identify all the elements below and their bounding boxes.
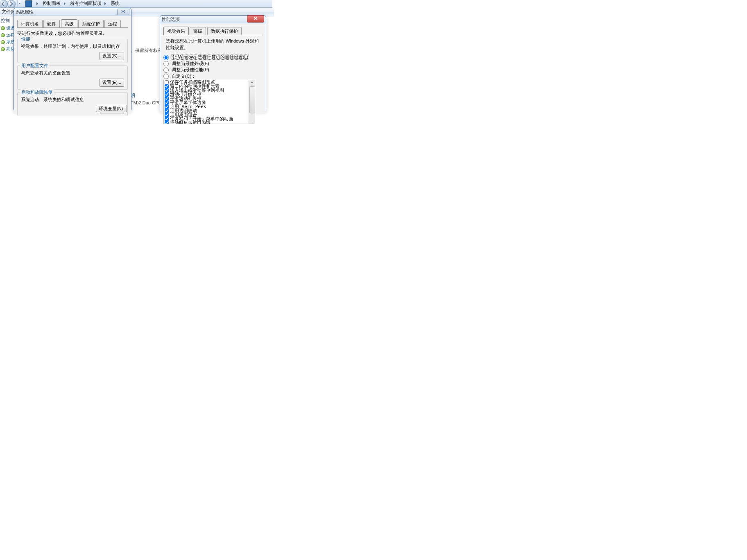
radio-custom[interactable]: 自定义(C)： bbox=[163, 73, 263, 79]
forward-button[interactable] bbox=[7, 0, 16, 8]
radio-label-auto: 让 Windows 选择计算机的最佳设置(L) bbox=[172, 54, 249, 60]
performance-options-tabs: 视觉效果 高级 数据执行保护 bbox=[163, 27, 263, 35]
explorer-nav-bar: 控制面板 所有控制面板项 系统 bbox=[0, 0, 272, 8]
performance-legend: 性能 bbox=[20, 36, 32, 42]
radio-input[interactable] bbox=[163, 55, 169, 60]
radio-let-windows-choose[interactable]: 让 Windows 选择计算机的最佳设置(L) bbox=[163, 54, 263, 60]
checkbox-input[interactable] bbox=[165, 88, 169, 93]
checkbox-input[interactable] bbox=[165, 84, 169, 88]
sidebar-item[interactable]: 系统 bbox=[0, 38, 14, 45]
visual-effects-checklist[interactable]: 保存任务栏缩略图预览窗口内的动画控件和元素淡入淡出或滑动菜单到视图滑动打开组合框… bbox=[163, 80, 255, 124]
startup-recovery-legend: 启动和故障恢复 bbox=[20, 89, 54, 95]
checkbox-input[interactable] bbox=[165, 109, 169, 113]
radio-best-performance[interactable]: 调整为最佳性能(P) bbox=[163, 67, 263, 73]
startup-recovery-text: 系统启动、系统失败和调试信息 bbox=[21, 97, 124, 103]
nav-history-dropdown[interactable] bbox=[17, 0, 22, 7]
performance-settings-button[interactable]: 设置(S)... bbox=[100, 52, 124, 60]
checkbox-input[interactable] bbox=[165, 113, 169, 117]
visual-effects-note: 选择您想在此计算机上使用的 Windows 外观和性能设置。 bbox=[166, 38, 262, 51]
checkbox-input[interactable] bbox=[165, 121, 169, 124]
sidebar-item[interactable]: 设备 bbox=[0, 25, 14, 32]
close-button[interactable] bbox=[247, 15, 264, 23]
checkbox-input[interactable] bbox=[165, 80, 169, 84]
breadcrumb[interactable]: 控制面板 所有控制面板项 系统 bbox=[35, 0, 119, 7]
sidebar-heading: 控制 bbox=[0, 16, 14, 25]
close-button[interactable] bbox=[117, 9, 129, 15]
radio-input[interactable] bbox=[163, 61, 169, 66]
tab-dep[interactable]: 数据执行保护 bbox=[207, 27, 242, 35]
scroll-up-button[interactable] bbox=[249, 80, 255, 86]
radio-best-appearance[interactable]: 调整为最佳外观(B) bbox=[163, 61, 263, 67]
tab-advanced-perf[interactable]: 高级 bbox=[190, 27, 206, 35]
tab-hardware[interactable]: 硬件 bbox=[43, 20, 60, 27]
breadcrumb-control-panel[interactable]: 控制面板 bbox=[43, 1, 61, 6]
admin-note: 要进行大多数更改，您必须作为管理员登录。 bbox=[17, 30, 128, 36]
system-properties-tabs: 计算机名 硬件 高级 系统保护 远程 bbox=[17, 19, 128, 27]
sidebar-item[interactable]: 远程 bbox=[0, 32, 14, 38]
tab-computer-name[interactable]: 计算机名 bbox=[17, 20, 43, 27]
tab-remote[interactable]: 远程 bbox=[104, 20, 121, 27]
breadcrumb-system[interactable]: 系统 bbox=[111, 1, 120, 6]
sidebar-item[interactable]: 高级 bbox=[0, 45, 14, 52]
tab-advanced[interactable]: 高级 bbox=[61, 19, 77, 27]
startup-recovery-group: 启动和故障恢复 系统启动、系统失败和调试信息 设置(T)... bbox=[17, 92, 128, 116]
bullet-icon bbox=[1, 40, 5, 44]
performance-options-dialog: 性能选项 视觉效果 高级 数据执行保护 选择您想在此计算机上使用的 Window… bbox=[160, 15, 266, 111]
checkbox-input[interactable] bbox=[165, 117, 169, 121]
tab-visual-effects[interactable]: 视觉效果 bbox=[163, 27, 189, 35]
bullet-icon bbox=[1, 33, 5, 37]
checkbox-input[interactable] bbox=[165, 101, 169, 105]
user-profile-legend: 用户配置文件 bbox=[20, 63, 50, 69]
scrollbar-thumb[interactable] bbox=[249, 86, 255, 113]
checkbox-input[interactable] bbox=[165, 93, 169, 97]
user-profile-text: 与您登录有关的桌面设置 bbox=[21, 70, 124, 76]
bullet-icon bbox=[1, 47, 5, 51]
radio-input[interactable] bbox=[163, 74, 169, 79]
bullet-icon bbox=[1, 26, 5, 30]
scrollbar[interactable] bbox=[249, 80, 255, 124]
radio-input[interactable] bbox=[163, 68, 169, 73]
behind-text-cpu: TM)2 Duo CPU bbox=[131, 100, 161, 105]
control-panel-icon bbox=[25, 0, 32, 7]
tab-system-protection[interactable]: 系统保护 bbox=[78, 20, 104, 27]
radio-label-best-perf: 调整为最佳性能(P) bbox=[172, 67, 209, 72]
radio-label-custom: 自定义(C)： bbox=[172, 74, 196, 79]
environment-variables-button[interactable]: 环境变量(N) bbox=[96, 105, 127, 112]
performance-options-title: 性能选项 bbox=[162, 17, 180, 22]
checklist-label: 拖动时显示窗口内容 bbox=[170, 120, 211, 124]
performance-text: 视觉效果，处理器计划，内存使用，以及虚拟内存 bbox=[21, 43, 124, 50]
breadcrumb-all-items[interactable]: 所有控制面板项 bbox=[70, 1, 102, 6]
back-button[interactable] bbox=[0, 0, 8, 8]
user-profile-group: 用户配置文件 与您登录有关的桌面设置 设置(E)... bbox=[17, 65, 128, 90]
system-properties-dialog: 系统属性 计算机名 硬件 高级 系统保护 远程 要进行大多数更改，您必须作为管理… bbox=[14, 8, 131, 111]
performance-options-titlebar[interactable]: 性能选项 bbox=[160, 16, 266, 23]
system-properties-titlebar[interactable]: 系统属性 bbox=[14, 8, 131, 16]
checkbox-input[interactable] bbox=[165, 97, 169, 101]
explorer-sidebar: 控制 设备 远程 系统 高级 bbox=[0, 16, 14, 65]
checkbox-input[interactable] bbox=[165, 105, 169, 109]
performance-group: 性能 视觉效果，处理器计划，内存使用，以及虚拟内存 设置(S)... bbox=[17, 39, 128, 63]
radio-label-best-look: 调整为最佳外观(B) bbox=[172, 61, 209, 66]
system-properties-title: 系统属性 bbox=[16, 9, 34, 14]
user-profile-settings-button[interactable]: 设置(E)... bbox=[100, 79, 124, 87]
checklist-item[interactable]: 拖动时显示窗口内容 bbox=[164, 121, 255, 124]
